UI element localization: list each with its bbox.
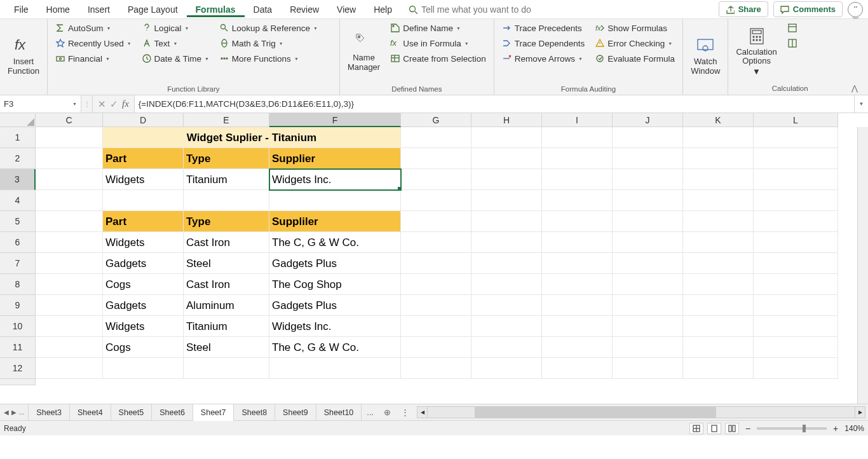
- cell-L8[interactable]: [754, 274, 838, 295]
- cell-K11[interactable]: [683, 337, 754, 358]
- cell-G1[interactable]: [401, 127, 471, 148]
- show-formulas-button[interactable]: fxShow Formulas: [592, 22, 677, 34]
- row-header-3[interactable]: 3: [0, 169, 36, 190]
- tab-nav-prev[interactable]: ◀: [4, 409, 9, 416]
- column-header-G[interactable]: G: [401, 113, 471, 127]
- tab-scroll-handle[interactable]: ⋮: [396, 404, 414, 420]
- column-header-I[interactable]: I: [542, 113, 613, 127]
- tab-nav-next[interactable]: ▶: [11, 409, 17, 416]
- cell-L9[interactable]: [754, 295, 838, 316]
- sheet-tab-sheet3[interactable]: Sheet3: [29, 404, 70, 420]
- row-header-8[interactable]: 8: [0, 274, 36, 295]
- cell-G4[interactable]: [401, 190, 471, 211]
- add-sheet-button[interactable]: ⊕: [379, 404, 396, 420]
- row-header-1[interactable]: 1: [0, 127, 36, 148]
- column-header-L[interactable]: L: [754, 113, 838, 127]
- trace-precedents-button[interactable]: Trace Precedents: [499, 22, 588, 34]
- sheet-tab-sheet10[interactable]: Sheet10: [316, 404, 362, 420]
- cell-F5[interactable]: Suppliler: [269, 211, 401, 232]
- hscroll-right[interactable]: ▶: [855, 407, 865, 418]
- cell-C10[interactable]: [36, 316, 103, 337]
- cell-D3[interactable]: Widgets: [103, 169, 184, 190]
- menu-formulas[interactable]: Formulas: [187, 2, 245, 17]
- cell-C11[interactable]: [36, 337, 103, 358]
- sheet-tab-sheet6[interactable]: Sheet6: [152, 404, 193, 420]
- cell-L2[interactable]: [754, 148, 838, 169]
- cell-E3[interactable]: Titanium: [184, 169, 269, 190]
- sheet-tab-sheet8[interactable]: Sheet8: [234, 404, 275, 420]
- cell-H1[interactable]: [471, 127, 542, 148]
- formula-bar-expand[interactable]: ▼: [854, 95, 868, 113]
- zoom-out-button[interactable]: −: [743, 423, 753, 434]
- cell-G2[interactable]: [401, 148, 471, 169]
- cell-K8[interactable]: [683, 274, 754, 295]
- row-header-6[interactable]: 6: [0, 232, 36, 253]
- cell-F8[interactable]: The Cog Shop: [269, 274, 401, 295]
- use-in-formula-button[interactable]: fxUse in Formula▼: [388, 37, 489, 50]
- trace-dependents-button[interactable]: Trace Dependents: [499, 37, 588, 50]
- cell-G5[interactable]: [401, 211, 471, 232]
- cell-J8[interactable]: [613, 274, 683, 295]
- row-header-5[interactable]: 5: [0, 211, 36, 232]
- cell-J9[interactable]: [613, 295, 683, 316]
- cell-J6[interactable]: [613, 232, 683, 253]
- column-header-J[interactable]: J: [613, 113, 683, 127]
- cell-K4[interactable]: [683, 190, 754, 211]
- menu-help[interactable]: Help: [365, 2, 401, 17]
- cell-H2[interactable]: [471, 148, 542, 169]
- cell-G7[interactable]: [401, 253, 471, 274]
- cell-E11[interactable]: Steel: [184, 337, 269, 358]
- cell-C5[interactable]: [36, 211, 103, 232]
- select-all-corner[interactable]: [0, 113, 36, 127]
- cell-J10[interactable]: [613, 316, 683, 337]
- formula-input[interactable]: {=INDEX(D6:F11,MATCH(D3&E3,D6:D11&E6:E11…: [135, 95, 854, 113]
- cell-I1[interactable]: [542, 127, 613, 148]
- lookup-reference-button[interactable]: Lookup & Reference▼: [217, 22, 320, 34]
- cell-J7[interactable]: [613, 253, 683, 274]
- cell-J2[interactable]: [613, 148, 683, 169]
- cell-K9[interactable]: [683, 295, 754, 316]
- tab-nav-more[interactable]: ...: [19, 409, 24, 416]
- cell-J11[interactable]: [613, 337, 683, 358]
- cell-G9[interactable]: [401, 295, 471, 316]
- collapse-ribbon-button[interactable]: ⋀: [846, 84, 863, 93]
- create-from-selection-button[interactable]: Create from Selection: [388, 52, 489, 65]
- cell-C2[interactable]: [36, 148, 103, 169]
- cell-L5[interactable]: [754, 211, 838, 232]
- cell-F2[interactable]: Supplier: [269, 148, 401, 169]
- cell-C4[interactable]: [36, 190, 103, 211]
- fx-button[interactable]: fx: [122, 99, 129, 109]
- cell-I7[interactable]: [542, 253, 613, 274]
- cell-C3[interactable]: [36, 169, 103, 190]
- error-checking-button[interactable]: Error Checking▼: [592, 37, 677, 50]
- cell-E8[interactable]: Cast Iron: [184, 274, 269, 295]
- cell-D1[interactable]: Widget Suplier - Titanium: [103, 127, 401, 148]
- cell-C8[interactable]: [36, 274, 103, 295]
- calculation-options-button[interactable]: Calculation Options▼: [733, 22, 779, 82]
- evaluate-formula-button[interactable]: Evaluate Formula: [592, 52, 677, 65]
- name-manager-button[interactable]: Name Manager: [345, 22, 383, 83]
- row-header-11[interactable]: 11: [0, 337, 36, 358]
- zoom-in-button[interactable]: +: [831, 423, 841, 434]
- view-page-layout-button[interactable]: [707, 423, 721, 434]
- comments-button[interactable]: Comments: [773, 1, 843, 17]
- column-header-E[interactable]: E: [184, 113, 269, 127]
- cell-L7[interactable]: [754, 253, 838, 274]
- math-trig-button[interactable]: Math & Trig▼: [217, 37, 320, 50]
- cell-F11[interactable]: The C, G & W Co.: [269, 337, 401, 358]
- cell-I3[interactable]: [542, 169, 613, 190]
- cell-I9[interactable]: [542, 295, 613, 316]
- scrollbar-horizontal[interactable]: ◀ ▶: [417, 406, 865, 418]
- recently-used-button[interactable]: Recently Used▼: [53, 37, 134, 50]
- cell-H11[interactable]: [471, 337, 542, 358]
- zoom-slider[interactable]: [757, 427, 827, 430]
- cell-K10[interactable]: [683, 316, 754, 337]
- cell-D11[interactable]: Cogs: [103, 337, 184, 358]
- sheet-tab-sheet7[interactable]: Sheet7: [193, 404, 234, 421]
- cell-E4[interactable]: [184, 190, 269, 211]
- cell-L11[interactable]: [754, 337, 838, 358]
- watch-window-button[interactable]: Watch Window: [688, 22, 722, 91]
- cell-H6[interactable]: [471, 232, 542, 253]
- cell-D8[interactable]: Cogs: [103, 274, 184, 295]
- cell-D9[interactable]: Gadgets: [103, 295, 184, 316]
